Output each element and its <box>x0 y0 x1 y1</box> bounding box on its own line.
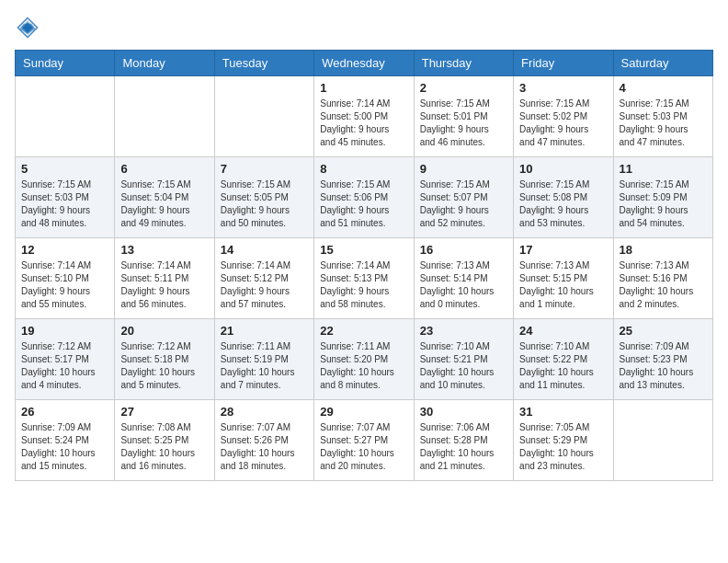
calendar-day-header: Monday <box>115 51 214 76</box>
calendar-week-row: 12Sunrise: 7:14 AM Sunset: 5:10 PM Dayli… <box>16 238 713 319</box>
calendar-cell: 27Sunrise: 7:08 AM Sunset: 5:25 PM Dayli… <box>115 400 214 481</box>
day-number: 18 <box>620 243 707 257</box>
page-header <box>15 15 713 40</box>
day-number: 13 <box>120 243 208 257</box>
calendar-cell: 19Sunrise: 7:12 AM Sunset: 5:17 PM Dayli… <box>16 319 115 400</box>
day-number: 7 <box>221 162 308 176</box>
calendar-cell <box>214 76 313 157</box>
day-info: Sunrise: 7:14 AM Sunset: 5:11 PM Dayligh… <box>120 259 208 311</box>
day-number: 31 <box>519 405 607 419</box>
day-number: 1 <box>320 81 407 95</box>
calendar-cell: 10Sunrise: 7:15 AM Sunset: 5:08 PM Dayli… <box>514 157 613 238</box>
day-info: Sunrise: 7:12 AM Sunset: 5:17 PM Dayligh… <box>21 340 108 392</box>
day-number: 3 <box>519 81 607 95</box>
calendar-cell: 25Sunrise: 7:09 AM Sunset: 5:23 PM Dayli… <box>613 319 712 400</box>
day-number: 22 <box>320 324 407 338</box>
day-info: Sunrise: 7:11 AM Sunset: 5:20 PM Dayligh… <box>320 340 407 392</box>
calendar-cell: 3Sunrise: 7:15 AM Sunset: 5:02 PM Daylig… <box>514 76 613 157</box>
day-number: 6 <box>120 162 208 176</box>
day-number: 23 <box>420 324 507 338</box>
calendar-cell: 14Sunrise: 7:14 AM Sunset: 5:12 PM Dayli… <box>214 238 313 319</box>
day-info: Sunrise: 7:15 AM Sunset: 5:03 PM Dayligh… <box>21 178 108 230</box>
day-number: 30 <box>420 405 507 419</box>
calendar-day-header: Tuesday <box>214 51 313 76</box>
day-info: Sunrise: 7:15 AM Sunset: 5:09 PM Dayligh… <box>620 178 707 230</box>
calendar-cell: 11Sunrise: 7:15 AM Sunset: 5:09 PM Dayli… <box>613 157 712 238</box>
calendar-cell: 8Sunrise: 7:15 AM Sunset: 5:06 PM Daylig… <box>314 157 414 238</box>
logo-icon <box>15 15 40 40</box>
day-info: Sunrise: 7:14 AM Sunset: 5:00 PM Dayligh… <box>320 98 407 149</box>
calendar-cell: 5Sunrise: 7:15 AM Sunset: 5:03 PM Daylig… <box>16 157 115 238</box>
day-info: Sunrise: 7:11 AM Sunset: 5:19 PM Dayligh… <box>221 340 308 392</box>
calendar-cell: 15Sunrise: 7:14 AM Sunset: 5:13 PM Dayli… <box>314 238 414 319</box>
day-number: 9 <box>420 162 507 176</box>
calendar-week-row: 19Sunrise: 7:12 AM Sunset: 5:17 PM Dayli… <box>16 319 713 400</box>
calendar-cell: 7Sunrise: 7:15 AM Sunset: 5:05 PM Daylig… <box>214 157 313 238</box>
day-number: 8 <box>320 162 407 176</box>
day-info: Sunrise: 7:12 AM Sunset: 5:18 PM Dayligh… <box>120 340 208 392</box>
calendar-cell <box>613 400 712 481</box>
calendar-week-row: 5Sunrise: 7:15 AM Sunset: 5:03 PM Daylig… <box>16 157 713 238</box>
day-info: Sunrise: 7:15 AM Sunset: 5:08 PM Dayligh… <box>519 178 607 230</box>
day-info: Sunrise: 7:15 AM Sunset: 5:02 PM Dayligh… <box>519 98 607 149</box>
day-info: Sunrise: 7:15 AM Sunset: 5:07 PM Dayligh… <box>420 178 507 230</box>
day-info: Sunrise: 7:15 AM Sunset: 5:03 PM Dayligh… <box>620 98 707 149</box>
calendar-cell: 9Sunrise: 7:15 AM Sunset: 5:07 PM Daylig… <box>414 157 513 238</box>
calendar-cell: 12Sunrise: 7:14 AM Sunset: 5:10 PM Dayli… <box>16 238 115 319</box>
day-number: 11 <box>620 162 707 176</box>
day-number: 12 <box>21 243 108 257</box>
day-number: 26 <box>21 405 108 419</box>
calendar-week-row: 1Sunrise: 7:14 AM Sunset: 5:00 PM Daylig… <box>16 76 713 157</box>
calendar-day-header: Friday <box>514 51 613 76</box>
calendar-week-row: 26Sunrise: 7:09 AM Sunset: 5:24 PM Dayli… <box>16 400 713 481</box>
day-info: Sunrise: 7:15 AM Sunset: 5:06 PM Dayligh… <box>320 178 407 230</box>
calendar-day-header: Saturday <box>613 51 712 76</box>
day-info: Sunrise: 7:13 AM Sunset: 5:16 PM Dayligh… <box>620 259 707 311</box>
calendar-cell: 4Sunrise: 7:15 AM Sunset: 5:03 PM Daylig… <box>613 76 712 157</box>
day-info: Sunrise: 7:15 AM Sunset: 5:01 PM Dayligh… <box>420 98 507 149</box>
calendar-cell: 18Sunrise: 7:13 AM Sunset: 5:16 PM Dayli… <box>613 238 712 319</box>
day-info: Sunrise: 7:09 AM Sunset: 5:23 PM Dayligh… <box>620 340 707 392</box>
day-number: 14 <box>221 243 308 257</box>
day-number: 20 <box>120 324 208 338</box>
day-number: 15 <box>320 243 407 257</box>
calendar-day-header: Sunday <box>16 51 115 76</box>
day-number: 2 <box>420 81 507 95</box>
day-info: Sunrise: 7:15 AM Sunset: 5:04 PM Dayligh… <box>120 178 208 230</box>
day-number: 17 <box>519 243 607 257</box>
day-info: Sunrise: 7:07 AM Sunset: 5:27 PM Dayligh… <box>320 421 407 473</box>
calendar-cell: 26Sunrise: 7:09 AM Sunset: 5:24 PM Dayli… <box>16 400 115 481</box>
day-number: 24 <box>519 324 607 338</box>
calendar-cell: 21Sunrise: 7:11 AM Sunset: 5:19 PM Dayli… <box>214 319 313 400</box>
day-info: Sunrise: 7:10 AM Sunset: 5:22 PM Dayligh… <box>519 340 607 392</box>
day-number: 19 <box>21 324 108 338</box>
calendar-cell: 29Sunrise: 7:07 AM Sunset: 5:27 PM Dayli… <box>314 400 414 481</box>
calendar-cell: 1Sunrise: 7:14 AM Sunset: 5:00 PM Daylig… <box>314 76 414 157</box>
calendar-table: SundayMondayTuesdayWednesdayThursdayFrid… <box>15 50 713 481</box>
calendar-cell: 2Sunrise: 7:15 AM Sunset: 5:01 PM Daylig… <box>414 76 513 157</box>
day-number: 27 <box>120 405 208 419</box>
calendar-day-header: Thursday <box>414 51 513 76</box>
day-info: Sunrise: 7:08 AM Sunset: 5:25 PM Dayligh… <box>120 421 208 473</box>
day-info: Sunrise: 7:15 AM Sunset: 5:05 PM Dayligh… <box>221 178 308 230</box>
calendar-cell: 16Sunrise: 7:13 AM Sunset: 5:14 PM Dayli… <box>414 238 513 319</box>
day-number: 25 <box>620 324 707 338</box>
calendar-cell: 24Sunrise: 7:10 AM Sunset: 5:22 PM Dayli… <box>514 319 613 400</box>
day-info: Sunrise: 7:14 AM Sunset: 5:10 PM Dayligh… <box>21 259 108 311</box>
day-number: 5 <box>21 162 108 176</box>
day-number: 21 <box>221 324 308 338</box>
day-number: 10 <box>519 162 607 176</box>
calendar-cell: 20Sunrise: 7:12 AM Sunset: 5:18 PM Dayli… <box>115 319 214 400</box>
calendar-cell <box>115 76 214 157</box>
day-info: Sunrise: 7:05 AM Sunset: 5:29 PM Dayligh… <box>519 421 607 473</box>
day-info: Sunrise: 7:09 AM Sunset: 5:24 PM Dayligh… <box>21 421 108 473</box>
day-number: 16 <box>420 243 507 257</box>
calendar-cell <box>16 76 115 157</box>
day-info: Sunrise: 7:13 AM Sunset: 5:14 PM Dayligh… <box>420 259 507 311</box>
calendar-header-row: SundayMondayTuesdayWednesdayThursdayFrid… <box>16 51 713 76</box>
calendar-cell: 31Sunrise: 7:05 AM Sunset: 5:29 PM Dayli… <box>514 400 613 481</box>
calendar-cell: 17Sunrise: 7:13 AM Sunset: 5:15 PM Dayli… <box>514 238 613 319</box>
day-info: Sunrise: 7:14 AM Sunset: 5:13 PM Dayligh… <box>320 259 407 311</box>
calendar-cell: 13Sunrise: 7:14 AM Sunset: 5:11 PM Dayli… <box>115 238 214 319</box>
logo <box>15 15 44 40</box>
